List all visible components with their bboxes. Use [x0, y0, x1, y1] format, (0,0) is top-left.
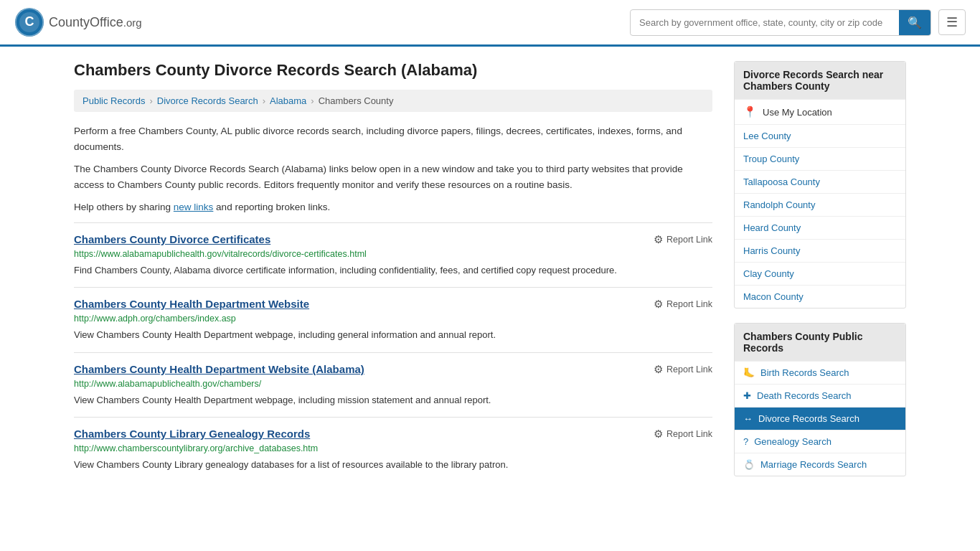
report-icon-3: ⚙ — [654, 428, 663, 441]
report-icon-2: ⚙ — [654, 363, 663, 376]
logo-area: C CountyOffice.org — [14, 7, 142, 37]
pr-link-1[interactable]: ✚ Death Records Search — [735, 385, 905, 407]
result-title-1[interactable]: Chambers County Health Department Websit… — [74, 298, 309, 310]
pr-link-2[interactable]: ↔ Divorce Records Search — [735, 408, 905, 430]
report-icon-1: ⚙ — [654, 298, 663, 311]
report-label-2: Report Link — [666, 364, 712, 375]
pr-label-1: Death Records Search — [757, 390, 852, 401]
desc-3-prefix: Help others by sharing — [74, 202, 174, 212]
result-title-0[interactable]: Chambers County Divorce Certificates — [74, 233, 270, 245]
pr-link-0[interactable]: 🦶 Birth Records Search — [735, 362, 905, 384]
pr-item-2: ↔ Divorce Records Search — [735, 407, 905, 430]
pr-icon-4: 💍 — [743, 459, 755, 470]
nearby-link-8[interactable]: Macon County — [735, 286, 905, 308]
nearby-link-1[interactable]: Lee County — [735, 125, 905, 147]
pr-item-0: 🦶 Birth Records Search — [735, 361, 905, 384]
nearby-label-5: Heard County — [743, 222, 801, 233]
page-title: Chambers County Divorce Records Search (… — [74, 61, 712, 80]
nearby-label-8: Macon County — [743, 291, 804, 302]
breadcrumb-public-records[interactable]: Public Records — [83, 95, 145, 106]
pr-item-3: ? Genealogy Search — [735, 430, 905, 453]
desc-1: Perform a free Chambers County, AL publi… — [74, 123, 712, 154]
result-url-0: https://www.alabamapublichealth.gov/vita… — [74, 249, 712, 259]
nearby-label-0: Use My Location — [763, 107, 832, 118]
pr-link-3[interactable]: ? Genealogy Search — [735, 430, 905, 453]
breadcrumb-sep-1: › — [149, 95, 152, 106]
search-button[interactable]: 🔍 — [899, 10, 930, 35]
site-header: C CountyOffice.org 🔍 ☰ — [0, 0, 980, 47]
public-records-section: Chambers County Public Records 🦶 Birth R… — [734, 323, 906, 476]
result-desc-3: View Chambers County Library genealogy d… — [74, 458, 712, 472]
pr-label-4: Marriage Records Search — [760, 459, 867, 470]
result-url-2: http://www.alabamapublichealth.gov/chamb… — [74, 379, 712, 389]
pr-icon-1: ✚ — [743, 390, 751, 401]
nearby-item-0: 📍Use My Location — [735, 99, 905, 124]
report-link-btn-0[interactable]: ⚙ Report Link — [654, 233, 712, 246]
breadcrumb-chambers: Chambers County — [319, 95, 394, 106]
desc-2: The Chambers County Divorce Records Sear… — [74, 161, 712, 192]
nearby-label-6: Harris County — [743, 245, 800, 256]
nearby-label-3: Tallapoosa County — [743, 176, 820, 187]
pr-link-4[interactable]: 💍 Marriage Records Search — [735, 453, 905, 476]
nearby-link-4[interactable]: Randolph County — [735, 194, 905, 216]
results-list: Chambers County Divorce Certificates ⚙ R… — [74, 222, 712, 482]
nearby-link-2[interactable]: Troup County — [735, 148, 905, 170]
report-link-btn-2[interactable]: ⚙ Report Link — [654, 363, 712, 376]
nearby-item-2: Troup County — [735, 147, 905, 170]
result-url-1: http://www.adph.org/chambers/index.asp — [74, 314, 712, 324]
nearby-section: Divorce Records Search near Chambers Cou… — [734, 61, 906, 309]
main-content: Chambers County Divorce Records Search (… — [74, 61, 712, 491]
desc-3-suffix: and reporting broken links. — [213, 202, 330, 212]
hamburger-button[interactable]: ☰ — [938, 9, 966, 35]
nearby-label-7: Clay County — [743, 268, 794, 279]
result-desc-2: View Chambers County Health Department w… — [74, 393, 712, 408]
nearby-item-4: Randolph County — [735, 193, 905, 216]
logo-name: CountyOffice — [49, 15, 123, 29]
report-link-btn-1[interactable]: ⚙ Report Link — [654, 298, 712, 311]
pr-label-3: Genealogy Search — [754, 436, 831, 447]
result-desc-1: View Chambers County Health Department w… — [74, 328, 712, 342]
nearby-link-7[interactable]: Clay County — [735, 263, 905, 285]
result-title-3[interactable]: Chambers County Library Genealogy Record… — [74, 428, 310, 440]
nearby-label-4: Randolph County — [743, 199, 815, 210]
result-desc-0: Find Chambers County, Alabama divorce ce… — [74, 263, 712, 278]
nearby-label-1: Lee County — [743, 131, 791, 141]
nearby-link-0[interactable]: 📍Use My Location — [735, 100, 905, 124]
breadcrumb-divorce-records[interactable]: Divorce Records Search — [157, 95, 258, 106]
report-link-btn-3[interactable]: ⚙ Report Link — [654, 428, 712, 441]
result-url-3: http://www.chamberscountylibrary.org/arc… — [74, 443, 712, 453]
nearby-link-6[interactable]: Harris County — [735, 240, 905, 262]
result-item: Chambers County Divorce Certificates ⚙ R… — [74, 222, 712, 288]
location-icon: 📍 — [743, 105, 757, 118]
new-links-link[interactable]: new links — [174, 202, 214, 212]
nearby-item-7: Clay County — [735, 262, 905, 285]
pr-item-1: ✚ Death Records Search — [735, 384, 905, 407]
search-bar: 🔍 — [630, 9, 931, 36]
nearby-item-8: Macon County — [735, 285, 905, 308]
logo-icon: C — [14, 7, 44, 37]
report-label-0: Report Link — [666, 235, 712, 245]
breadcrumb-alabama[interactable]: Alabama — [270, 95, 306, 106]
nearby-label-2: Troup County — [743, 154, 799, 164]
result-title-2[interactable]: Chambers County Health Department Websit… — [74, 363, 364, 375]
svg-text:C: C — [25, 14, 34, 29]
page-container: Chambers County Divorce Records Search (… — [60, 47, 920, 505]
logo-suffix: .org — [123, 17, 142, 29]
logo-text: CountyOffice.org — [49, 15, 142, 30]
desc-3: Help others by sharing new links and rep… — [74, 199, 712, 215]
nearby-title: Divorce Records Search near Chambers Cou… — [735, 62, 905, 99]
report-label-3: Report Link — [666, 429, 712, 439]
breadcrumb-sep-2: › — [263, 95, 265, 106]
breadcrumb-sep-3: › — [311, 95, 314, 106]
nearby-link-3[interactable]: Tallapoosa County — [735, 171, 905, 193]
nearby-item-3: Tallapoosa County — [735, 170, 905, 193]
sidebar: Divorce Records Search near Chambers Cou… — [734, 61, 906, 491]
nearby-item-5: Heard County — [735, 216, 905, 239]
pr-icon-0: 🦶 — [743, 367, 755, 378]
pr-icon-2: ↔ — [743, 413, 753, 424]
report-label-1: Report Link — [666, 299, 712, 309]
report-icon-0: ⚙ — [654, 233, 663, 246]
search-input[interactable] — [631, 11, 899, 34]
nearby-link-5[interactable]: Heard County — [735, 217, 905, 239]
nearby-item-6: Harris County — [735, 239, 905, 262]
